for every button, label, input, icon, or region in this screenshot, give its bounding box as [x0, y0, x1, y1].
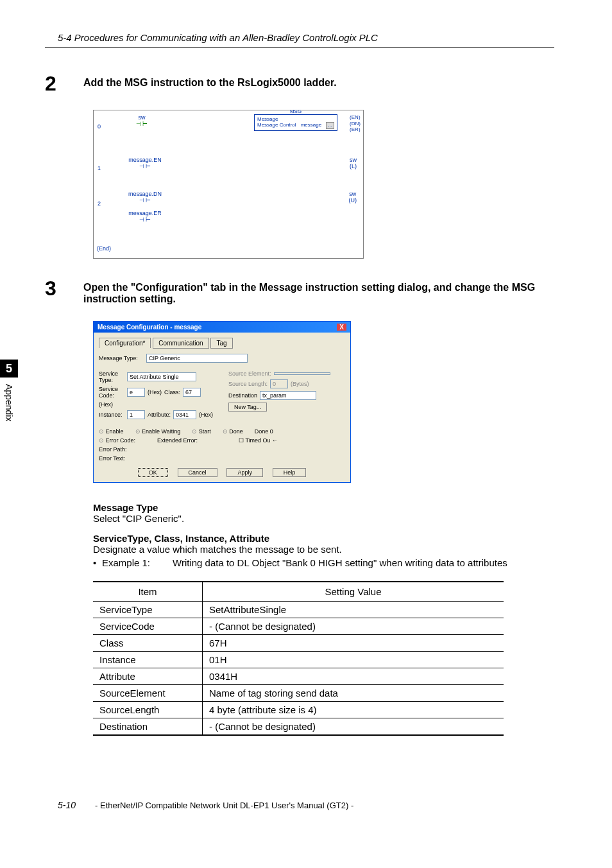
error-text-label: Error Text:: [99, 455, 125, 462]
page-header: 5-4 Procedures for Communicating with an…: [58, 32, 554, 43]
source-length-label: Source Length:: [228, 381, 268, 387]
side-tab: 5 Appendix: [0, 360, 18, 488]
stcia-text: Designate a value which matches the mess…: [93, 544, 554, 555]
dialog-tabs: Configuration* Communication Tag: [99, 338, 345, 349]
page-number: 5-10: [58, 800, 76, 810]
source-length-input: 0: [270, 379, 288, 388]
tab-tag[interactable]: Tag: [210, 338, 232, 349]
dialog-title-text: Message Configuration - message: [98, 324, 201, 331]
contact-symbol: ⊣ ⊢: [132, 121, 151, 127]
ladder-diagram: 0 sw ⊣ ⊢ MSG Message Message Control mes…: [93, 110, 364, 259]
message-type-text: Select "CIP Generic".: [93, 513, 554, 524]
timed-out-label: Timed Ou: [245, 437, 270, 444]
message-config-dialog: Message Configuration - message X Config…: [93, 321, 351, 483]
step-2-text: Add the MSG instruction to the RsLogix50…: [83, 73, 337, 89]
destination-select[interactable]: tx_param: [260, 391, 316, 400]
table-row: SourceLength4 byte (attribute size is 4): [93, 702, 504, 718]
rung-1-contact-label: message.EN: [126, 157, 164, 163]
status-start: Start: [192, 428, 211, 435]
message-type-label: Message Type:: [99, 355, 144, 361]
error-code-label: Error Code:: [99, 437, 135, 444]
tab-communication[interactable]: Communication: [153, 338, 208, 349]
attribute-input[interactable]: 0341: [173, 410, 196, 419]
msg-coils: (EN) (DN) (ER): [350, 114, 361, 133]
msg-block-title: MSG: [255, 108, 337, 114]
rung-0-contact: sw ⊣ ⊢: [132, 114, 151, 127]
header-rule: [45, 47, 554, 48]
contact-symbol: ⊣ ⊢: [126, 216, 164, 223]
rung-2-contact2-label: message.ER: [126, 210, 164, 216]
msg-block-line1: Message: [257, 116, 334, 122]
ladder-figure: 0 sw ⊣ ⊢ MSG Message Message Control mes…: [93, 110, 554, 259]
chapter-label: Appendix: [4, 384, 14, 421]
class-label: Class:: [164, 389, 180, 395]
example-1: • Example 1: Writing data to DL Object "…: [93, 557, 554, 568]
example-1-text: Writing data to DL Object "Bank 0 HIGH s…: [173, 557, 554, 568]
rung-1-coil: sw (L): [350, 157, 357, 169]
table-row: SourceElementName of tag storing send da…: [93, 685, 504, 702]
status-enable-waiting: Enable Waiting: [135, 428, 181, 435]
message-type-select[interactable]: CIP Generic: [146, 354, 248, 363]
table-header-item: Item: [93, 582, 203, 602]
table-header-value: Setting Value: [203, 582, 504, 602]
ladder-end: (End): [97, 245, 111, 252]
rung-1-contact: message.EN ⊣ ⊢: [126, 157, 164, 169]
rung-2-contact1-label: message.DN: [126, 191, 164, 197]
step-3-text: Open the "Configuration" tab in the Mess…: [83, 278, 554, 305]
service-code-label: Service Code:: [99, 386, 124, 399]
table-row: Destination- (Cannot be designated): [93, 718, 504, 736]
close-icon[interactable]: X: [337, 324, 346, 331]
rung-1-coil-sym: (L): [350, 163, 357, 169]
source-element-select: [274, 372, 330, 375]
service-type-label: Service Type:: [99, 370, 124, 383]
destination-label: Destination: [228, 392, 257, 399]
rung-0-num: 0: [98, 123, 101, 130]
table-row: Instance01H: [93, 652, 504, 668]
msg-block-ellipsis[interactable]: ...: [326, 122, 334, 129]
msg-block-line2: Message Control: [257, 122, 296, 129]
status-done: Done: [223, 428, 243, 435]
instance-label: Instance:: [99, 412, 124, 418]
table-row: ServiceTypeSetAttributeSingle: [93, 602, 504, 618]
class-input[interactable]: 67: [183, 388, 201, 397]
status-enable: Enable: [99, 428, 124, 435]
rung-2-coil: sw (U): [349, 191, 357, 204]
ok-button[interactable]: OK: [138, 468, 168, 477]
table-row: Attribute0341H: [93, 668, 504, 685]
page-footer: 5-10 - EtherNet/IP Compatible Network Un…: [58, 800, 554, 810]
help-button[interactable]: Help: [273, 468, 307, 477]
rung-1-num: 1: [98, 165, 101, 171]
service-type-select[interactable]: Set Attribute Single: [127, 372, 196, 381]
table-row: ServiceCode- (Cannot be designated): [93, 618, 504, 635]
rung-2-contact2: message.ER ⊣ ⊢: [126, 210, 164, 223]
error-path-label: Error Path:: [99, 446, 127, 453]
rung-2-coil-sym: (U): [349, 197, 357, 204]
bytes-label: (Bytes): [291, 381, 309, 387]
timed-out-checkbox[interactable]: ☐ Timed Ou ←: [239, 437, 278, 444]
chapter-number-tab: 5: [0, 360, 18, 378]
rung-2-contact1: message.DN ⊣ ⊢: [126, 191, 164, 204]
message-type-heading: Message Type: [93, 502, 554, 513]
bullet-icon: •: [93, 557, 102, 568]
contact-symbol: ⊣ ⊢: [126, 197, 164, 204]
rung-2-num: 2: [98, 200, 101, 207]
extended-error-label: Extended Error:: [157, 437, 198, 444]
table-row: Class67H: [93, 635, 504, 652]
step-2: 2 Add the MSG instruction to the RsLogix…: [45, 73, 554, 94]
rung-1-coil-tag: sw: [350, 157, 357, 163]
instance-input[interactable]: 1: [127, 410, 145, 419]
contact-symbol: ⊣ ⊢: [126, 163, 164, 169]
step-2-number: 2: [45, 73, 83, 94]
dialog-figure: Message Configuration - message X Config…: [93, 321, 554, 483]
step-3-number: 3: [45, 278, 83, 299]
coil-dn: (DN): [350, 121, 361, 127]
hex-label: (Hex): [148, 389, 162, 395]
tab-configuration[interactable]: Configuration*: [99, 338, 151, 348]
cancel-button[interactable]: Cancel: [178, 468, 217, 477]
service-code-input[interactable]: e: [127, 388, 145, 397]
hex-label-2: (Hex): [99, 401, 113, 408]
attribute-label: Attribute:: [148, 412, 171, 418]
apply-button[interactable]: Apply: [226, 468, 263, 477]
new-tag-button[interactable]: New Tag...: [228, 403, 267, 412]
status-done-value: Done 0: [255, 428, 273, 435]
